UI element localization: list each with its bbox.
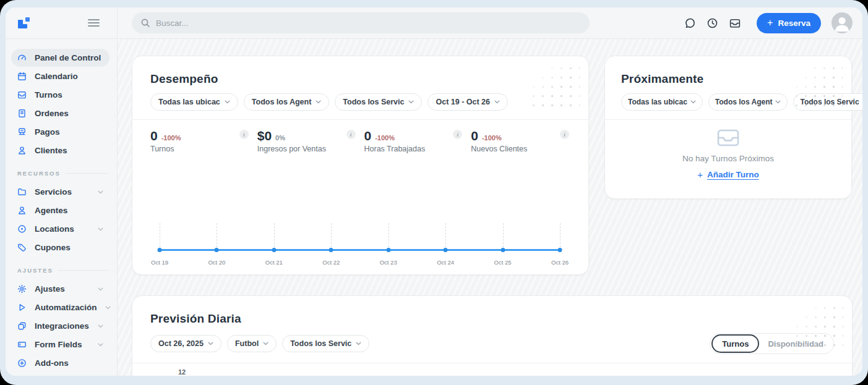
sidebar-section-header: AJUSTES — [17, 267, 108, 274]
tray-icon — [17, 90, 27, 99]
folder-icon — [17, 187, 27, 197]
stat-delta: -100% — [375, 134, 395, 142]
chart-x-tick-label: Oct 25 — [494, 259, 512, 266]
filter-pill[interactable]: Todos los Agent — [244, 93, 330, 111]
sidebar-item-label: Turnos — [35, 90, 62, 99]
app-frame: Buscar... — [6, 7, 862, 376]
performance-card: Desempeño Todas las ubicacTodos los Agen… — [132, 56, 589, 275]
sidebar-item-turnos[interactable]: Turnos — [11, 86, 110, 104]
chart-x-tick-label: Oct 19 — [151, 259, 168, 266]
sidebar-item-automatizaci-n[interactable]: Automatización — [11, 298, 110, 316]
upcoming-card: Próximamente Todas las ubicacTodos los A… — [604, 56, 852, 199]
person-icon — [17, 146, 27, 155]
chart-series-line — [160, 249, 560, 251]
person-icon — [17, 206, 27, 215]
chart-data-point[interactable] — [501, 248, 505, 252]
topbar-left — [6, 7, 118, 38]
chart-data-point[interactable] — [558, 248, 562, 252]
stat-nuevos-clientes: 0 -100% Nuevos Clientes i — [471, 129, 570, 153]
sidebar-item-add-ons[interactable]: Add-ons — [11, 354, 110, 372]
chevron-down-icon — [316, 100, 321, 104]
sidebar-item-agentes[interactable]: Agentes — [11, 201, 110, 219]
filter-pill[interactable]: Todas las ubicac — [150, 93, 238, 111]
filter-pill-label: Todos los Servic — [800, 98, 859, 106]
chart-data-point[interactable] — [272, 248, 276, 252]
sidebar-item-label: Ordenes — [35, 109, 69, 118]
stat-label: Horas Trabajadas — [364, 145, 426, 153]
chart-data-point[interactable] — [386, 248, 390, 252]
chart-x-tick-label: Oct 24 — [437, 259, 454, 266]
chart-data-point[interactable] — [215, 248, 219, 252]
chart-data-point[interactable] — [158, 248, 162, 252]
app-logo[interactable] — [16, 15, 32, 31]
chevron-down-icon — [98, 227, 103, 231]
history-icon[interactable] — [707, 17, 718, 29]
chevron-down-icon — [105, 306, 111, 310]
inbox-icon[interactable] — [729, 17, 741, 29]
toggle-option-disponibilidad[interactable]: Disponibilidad — [759, 334, 832, 353]
chart-gridline — [160, 223, 160, 247]
topbar: Buscar... — [6, 7, 862, 39]
content-area: Panel de ControlCalendarioTurnosOrdenesP… — [6, 39, 862, 376]
toggle-option-turnos[interactable]: Turnos — [711, 334, 759, 353]
gauge-icon — [17, 53, 27, 62]
upcoming-title: Próximamente — [621, 72, 835, 86]
main-area: Desempeño Todas las ubicacTodos los Agen… — [118, 39, 862, 376]
new-booking-button[interactable]: + Reserva — [757, 13, 821, 33]
filter-pill[interactable]: Oct 26, 2025 — [150, 335, 221, 352]
filter-pill[interactable]: Todos los Servic — [335, 93, 422, 111]
filter-pill[interactable]: Todos los Servic — [793, 93, 862, 111]
filter-pill-label: Todos los Servic — [343, 98, 404, 106]
filter-pill[interactable]: Todos los Agent — [708, 93, 788, 111]
filter-pill[interactable]: Oct 19 - Oct 26 — [428, 93, 508, 111]
search-input[interactable]: Buscar... — [132, 12, 590, 33]
plus-circle-icon — [17, 358, 27, 368]
chat-icon[interactable] — [684, 17, 696, 29]
chart-x-tick-label: Oct 23 — [380, 259, 397, 266]
info-icon[interactable]: i — [560, 130, 569, 139]
menu-toggle-icon[interactable] — [88, 19, 100, 27]
sidebar-item-label: Pagos — [35, 127, 60, 137]
chart-data-point[interactable] — [444, 248, 448, 252]
sidebar-item-label: Calendario — [35, 72, 78, 81]
sidebar-item-label: Ajustes — [35, 284, 65, 294]
sidebar-item-panel-de-control[interactable]: Panel de Control — [11, 49, 110, 67]
sidebar-item-locations[interactable]: Locations — [11, 220, 110, 238]
sidebar-item-label: Cupones — [35, 243, 71, 252]
performance-chart: Oct 19Oct 20Oct 21Oct 22Oct 23Oct 24Oct … — [160, 223, 560, 266]
stat-value: 0 — [150, 129, 158, 143]
chevron-down-icon — [494, 100, 500, 104]
sidebar-item-calendario[interactable]: Calendario — [11, 67, 110, 85]
filter-pill[interactable]: Todos los Servic — [282, 335, 369, 352]
sidebar-item-ajustes[interactable]: Ajustes — [11, 280, 110, 298]
chart-gridline — [331, 223, 332, 247]
upcoming-empty-text: No hay Turnos Próximos — [682, 154, 774, 163]
filter-pill-label: Todos los Agent — [715, 98, 773, 106]
info-icon[interactable]: i — [346, 130, 356, 139]
add-appointment-link[interactable]: + Añadir Turno — [697, 169, 759, 180]
info-icon[interactable]: i — [239, 130, 249, 139]
sidebar-item-pagos[interactable]: Pagos — [11, 123, 110, 141]
sidebar-item-servicios[interactable]: Servicios — [11, 183, 110, 201]
filter-pill[interactable]: Futbol — [227, 335, 277, 352]
sidebar-item-clientes[interactable]: Clientes — [11, 142, 110, 159]
filter-pill[interactable]: Todas las ubicac — [621, 93, 703, 111]
sidebar-item-label: Add-ons — [35, 358, 69, 368]
sidebar-item-form-fields[interactable]: Form Fields — [11, 336, 110, 353]
terminal-icon — [17, 127, 27, 137]
topbar-actions: + Reserva — [684, 12, 853, 33]
performance-filters: Todas las ubicacTodos los AgentTodos los… — [150, 93, 570, 111]
stat-label: Turnos — [150, 145, 181, 153]
timeline-hour: 12 — [171, 368, 193, 376]
calendar-icon — [17, 72, 27, 81]
avatar[interactable] — [831, 12, 853, 33]
sidebar-item-cupones[interactable]: Cupones — [11, 239, 110, 256]
sidebar-item-ordenes[interactable]: Ordenes — [11, 104, 110, 122]
chevron-down-icon — [98, 287, 103, 291]
sidebar-item-integraciones[interactable]: Integraciones — [11, 317, 110, 335]
sidebar-item-label: Automatización — [35, 303, 97, 312]
chart-data-point[interactable] — [329, 248, 333, 252]
stat-value: 0 — [364, 129, 372, 143]
info-icon[interactable]: i — [453, 130, 462, 139]
sidebar: Panel de ControlCalendarioTurnosOrdenesP… — [6, 39, 118, 376]
